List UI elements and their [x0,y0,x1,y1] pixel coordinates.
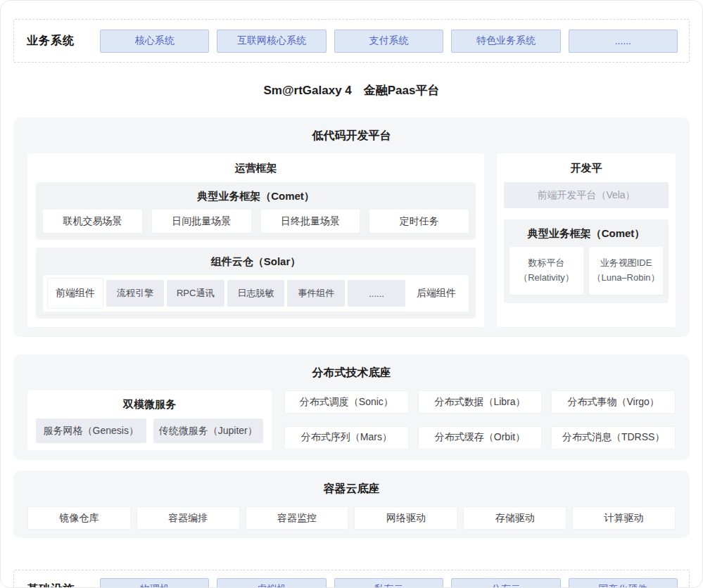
distributed-service-cell: 分布式事物（Virgo） [551,390,676,414]
business-system-box: 互联网核心系统 [217,30,326,53]
solar-components-strip: 前端组件 流程引擎 RPC通讯 日志脱敏 事件组件 ...... 后端组件 [43,275,469,312]
dev-comet-tools-row: 数标平台 （Relativity） 业务视图IDE （Luna–Robin） [509,247,663,295]
container-cell: 容器编排 [137,506,240,530]
tool-name: 数标平台 [528,256,565,271]
architecture-diagram-page: 业务系统 核心系统 互联网核心系统 支付系统 特色业务系统 ...... Sm@… [0,0,703,588]
component-chip: 流程引擎 [106,280,164,307]
solar-warehouse-box: 组件云仓（Solar） 前端组件 流程引擎 RPC通讯 日志脱敏 事件组件 ..… [36,248,476,319]
container-base-title: 容器云底座 [27,482,676,497]
distributed-service-cell: 分布式缓存（Orbit） [418,426,543,449]
backend-component-label: 后端组件 [408,287,464,300]
component-chip: RPC通讯 [167,280,224,307]
vela-frontend-platform-chip: 前端开发平台（Vela） [504,182,669,208]
dual-mode-microservice-title: 双模微服务 [36,398,263,411]
low-code-platform-title: 低代码开发平台 [27,129,676,143]
infrastructure-label: 基础设施 [27,582,100,588]
container-cells-row: 镜像仓库 容器编排 容器监控 网络驱动 存储驱动 计算驱动 [27,506,676,530]
component-chip: 日志脱敏 [227,280,285,307]
container-cell: 网络驱动 [354,506,457,530]
frontend-component-cell: 前端组件 [47,278,103,309]
container-cell: 容器监控 [246,506,349,530]
dev-comet-framework-title: 典型业务框架（Comet） [509,227,663,241]
business-systems-items: 核心系统 互联网核心系统 支付系统 特色业务系统 ...... [100,30,678,53]
distributed-base-title: 分布式技术底座 [27,366,676,381]
service-mesh-chip: 服务网格（Genesis） [36,418,146,443]
infrastructure-box: 物理机 [100,578,209,588]
solar-warehouse-title: 组件云仓（Solar） [43,255,469,269]
scene-cell: 日间批量场景 [152,210,251,233]
business-systems-band: 业务系统 核心系统 互联网核心系统 支付系统 特色业务系统 ...... [13,19,690,63]
component-chip: ...... [348,280,405,307]
business-system-box: ...... [569,30,678,53]
operation-framework-title: 运营框架 [36,162,476,175]
low-code-panels-row: 运营框架 典型业务框架（Comet） 联机交易场景 日间批量场景 日终批量场景 … [27,153,676,327]
dual-mode-microservice-panel: 双模微服务 服务网格（Genesis） 传统微服务（Jupiter） [27,390,272,450]
business-system-box: 支付系统 [334,30,443,53]
dev-platform-title: 开发平 [504,162,669,175]
distributed-service-cell: 分布式调度（Sonic） [284,390,409,414]
comet-scenes-row: 联机交易场景 日间批量场景 日终批量场景 定时任务 [43,210,469,233]
distributed-services-grid: 分布式调度（Sonic） 分布式数据（Libra） 分布式事物（Virgo） 分… [284,390,676,450]
scene-cell: 日终批量场景 [261,210,360,233]
infrastructure-band: 基础设施 物理机 虚拟机 私有云 公有云 国产化硬件 [13,570,690,588]
scene-cell: 联机交易场景 [43,210,142,233]
component-chip: 事件组件 [287,280,345,307]
infrastructure-items: 物理机 虚拟机 私有云 公有云 国产化硬件 [100,578,678,588]
business-systems-label: 业务系统 [27,34,100,49]
scene-cell: 定时任务 [369,210,469,233]
business-system-box: 特色业务系统 [451,30,560,53]
tool-code: （Relativity） [519,271,574,286]
infrastructure-box: 公有云 [451,578,560,588]
container-base-section: 容器云底座 镜像仓库 容器编排 容器监控 网络驱动 存储驱动 计算驱动 [13,471,690,538]
infrastructure-box: 私有云 [334,578,443,588]
dual-mode-chips-row: 服务网格（Genesis） 传统微服务（Jupiter） [36,418,263,443]
traditional-microservice-chip: 传统微服务（Jupiter） [153,418,264,443]
dev-comet-framework-box: 典型业务框架（Comet） 数标平台 （Relativity） 业务视图IDE … [504,219,669,303]
tool-name: 业务视图IDE [600,256,652,271]
container-cell: 镜像仓库 [27,506,131,530]
low-code-platform-section: 低代码开发平台 运营框架 典型业务框架（Comet） 联机交易场景 日间批量场景… [13,117,690,337]
dev-platform-panel: 开发平 前端开发平台（Vela） 典型业务框架（Comet） 数标平台 （Rel… [497,153,676,327]
infrastructure-box: 国产化硬件 [569,578,678,588]
page-title: Sm@rtGalaxy 4 金融Paas平台 [13,82,690,98]
tool-cell-relativity: 数标平台 （Relativity） [509,247,583,295]
distributed-base-section: 分布式技术底座 双模微服务 服务网格（Genesis） 传统微服务（Jupite… [13,354,690,460]
business-system-box: 核心系统 [100,30,209,53]
infrastructure-box: 虚拟机 [217,578,326,588]
tool-cell-luna-robin: 业务视图IDE （Luna–Robin） [589,247,663,295]
comet-framework-title: 典型业务框架（Comet） [43,190,469,203]
tool-code: （Luna–Robin） [592,271,659,286]
distributed-service-cell: 分布式消息（TDRSS） [551,426,676,449]
container-cell: 计算驱动 [572,506,676,530]
operation-framework-panel: 运营框架 典型业务框架（Comet） 联机交易场景 日间批量场景 日终批量场景 … [27,153,484,327]
comet-framework-box: 典型业务框架（Comet） 联机交易场景 日间批量场景 日终批量场景 定时任务 [36,182,476,240]
distributed-service-cell: 分布式数据（Libra） [418,390,543,414]
container-cell: 存储驱动 [463,506,566,530]
distributed-row: 双模微服务 服务网格（Genesis） 传统微服务（Jupiter） 分布式调度… [27,390,676,450]
distributed-service-cell: 分布式序列（Mars） [284,426,409,449]
